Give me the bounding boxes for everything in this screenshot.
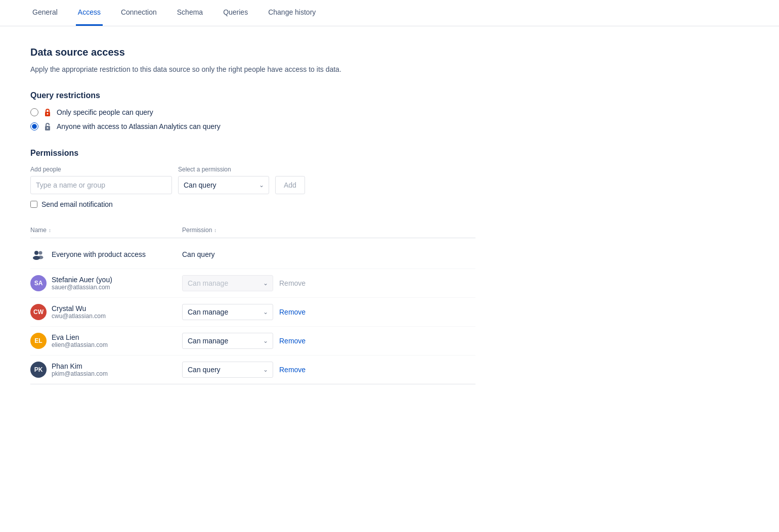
svg-point-8 (38, 256, 44, 259)
stefanie-remove-button: Remove (279, 277, 306, 289)
people-input[interactable] (30, 176, 172, 194)
crystal-email: cwu@atlassian.com (52, 313, 106, 320)
row-eva-permission-col: Can manage Can query ⌄ Remove (182, 333, 475, 349)
row-eva-name-col: EL Eva Lien elien@atlassian.com (30, 333, 182, 349)
tab-connection[interactable]: Connection (119, 0, 159, 26)
row-phan-permission-col: Can query Can manage ⌄ Remove (182, 362, 475, 378)
lock-red-icon (44, 108, 52, 116)
stefanie-info: Stefanie Auer (you) sauer@atlassian.com (52, 276, 112, 291)
add-people-row: Add people Select a permission Can query… (30, 166, 475, 194)
row-everyone-name-col: Everyone with product access (30, 246, 182, 262)
permission-select-field-group: Select a permission Can query Can manage… (178, 166, 269, 194)
eva-info: Eva Lien elien@atlassian.com (52, 333, 108, 348)
svg-point-1 (47, 113, 49, 115)
phan-info: Phan Kim pkim@atlassian.com (52, 362, 108, 377)
tab-change-history[interactable]: Change history (266, 0, 318, 26)
group-icon (30, 246, 47, 262)
phan-select-wrapper: Can query Can manage ⌄ (182, 362, 273, 378)
eva-select-wrapper: Can manage Can query ⌄ (182, 333, 273, 349)
table-row: SA Stefanie Auer (you) sauer@atlassian.c… (30, 269, 475, 298)
eva-name: Eva Lien (52, 333, 108, 341)
stefanie-name: Stefanie Auer (you) (52, 276, 112, 284)
email-notification-row: Send email notification (30, 200, 475, 208)
table-row: CW Crystal Wu cwu@atlassian.com Can mana… (30, 298, 475, 327)
permission-select-wrapper: Can query Can manage ⌄ (178, 176, 269, 194)
permission-select-label: Select a permission (178, 166, 269, 173)
radio-specific-people[interactable]: Only specific people can query (30, 108, 475, 116)
row-stefanie-name-col: SA Stefanie Auer (you) sauer@atlassian.c… (30, 275, 182, 291)
permission-sort-icon[interactable]: ↕ (214, 228, 217, 233)
add-people-field-group: Add people (30, 166, 172, 194)
row-stefanie-permission-col: Can manage ⌄ Remove (182, 275, 475, 291)
permissions-section: Permissions Add people Select a permissi… (30, 149, 475, 384)
add-people-label: Add people (30, 166, 172, 173)
stefanie-email: sauer@atlassian.com (52, 284, 112, 291)
svg-point-4 (30, 246, 47, 262)
row-crystal-permission-col: Can manage Can query ⌄ Remove (182, 304, 475, 320)
everyone-info: Everyone with product access (52, 250, 146, 258)
eva-permission-select[interactable]: Can manage Can query (182, 333, 273, 349)
eva-remove-button[interactable]: Remove (279, 335, 306, 347)
radio-anyone-input[interactable] (30, 122, 38, 130)
permission-col-label: Permission (182, 227, 212, 234)
avatar-crystal: CW (30, 304, 47, 320)
table-row: Everyone with product access Can query (30, 240, 475, 269)
table-header: Name ↕ Permission ↕ (30, 223, 475, 238)
radio-anyone-label: Anyone with access to Atlassian Analytic… (57, 122, 221, 130)
add-button[interactable]: Add (275, 176, 305, 194)
stefanie-select-wrapper: Can manage ⌄ (182, 275, 273, 291)
svg-point-3 (47, 127, 49, 129)
col-name-header: Name ↕ (30, 227, 182, 234)
tab-general[interactable]: General (30, 0, 60, 26)
email-notification-checkbox[interactable] (30, 201, 37, 208)
main-content: Data source access Apply the appropriate… (0, 26, 506, 417)
table-row: EL Eva Lien elien@atlassian.com Can mana… (30, 327, 475, 356)
name-col-label: Name (30, 227, 47, 234)
nav-tabs: General Access Connection Schema Queries… (0, 0, 779, 26)
page-description: Apply the appropriate restriction to thi… (30, 64, 475, 75)
svg-point-6 (39, 251, 42, 255)
row-phan-name-col: PK Phan Kim pkim@atlassian.com (30, 362, 182, 378)
col-permission-header: Permission ↕ (182, 227, 475, 234)
crystal-permission-select[interactable]: Can manage Can query (182, 304, 273, 320)
permission-select[interactable]: Can query Can manage (178, 176, 269, 194)
radio-specific-input[interactable] (30, 108, 38, 116)
table-row: PK Phan Kim pkim@atlassian.com Can query… (30, 356, 475, 384)
query-restrictions-section: Query restrictions Only specific people … (30, 91, 475, 130)
phan-email: pkim@atlassian.com (52, 370, 108, 377)
phan-remove-button[interactable]: Remove (279, 364, 306, 376)
row-crystal-name-col: CW Crystal Wu cwu@atlassian.com (30, 304, 182, 320)
everyone-permission-value: Can query (182, 250, 215, 258)
avatar-eva: EL (30, 333, 47, 349)
radio-specific-label: Only specific people can query (57, 108, 153, 116)
row-everyone-permission-col: Can query (182, 250, 475, 258)
radio-anyone[interactable]: Anyone with access to Atlassian Analytic… (30, 122, 475, 130)
name-sort-icon[interactable]: ↕ (49, 228, 51, 233)
crystal-name: Crystal Wu (52, 304, 106, 313)
avatar-stefanie: SA (30, 275, 47, 291)
stefanie-permission-select: Can manage (182, 275, 273, 291)
everyone-name: Everyone with product access (52, 250, 146, 258)
crystal-select-wrapper: Can manage Can query ⌄ (182, 304, 273, 320)
phan-permission-select[interactable]: Can query Can manage (182, 362, 273, 378)
email-notification-label: Send email notification (41, 200, 113, 208)
tab-access[interactable]: Access (76, 0, 103, 26)
crystal-info: Crystal Wu cwu@atlassian.com (52, 304, 106, 320)
svg-point-5 (34, 251, 38, 255)
crystal-remove-button[interactable]: Remove (279, 306, 306, 318)
query-restrictions-title: Query restrictions (30, 91, 475, 100)
page-title: Data source access (30, 47, 475, 58)
phan-name: Phan Kim (52, 362, 108, 370)
permissions-title: Permissions (30, 149, 475, 158)
eva-email: elien@atlassian.com (52, 341, 108, 348)
lock-gray-icon (44, 122, 52, 130)
tab-schema[interactable]: Schema (175, 0, 205, 26)
tab-queries[interactable]: Queries (221, 0, 250, 26)
avatar-phan: PK (30, 362, 47, 378)
